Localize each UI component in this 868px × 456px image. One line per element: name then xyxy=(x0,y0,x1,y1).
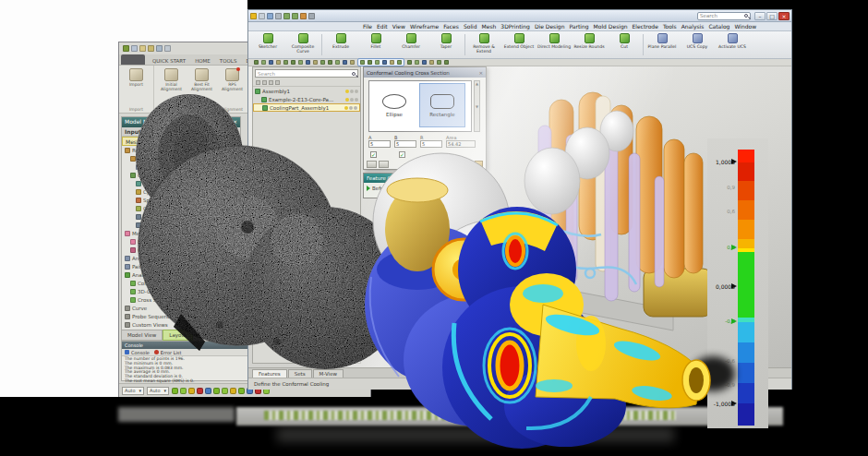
menu-die-design[interactable]: Die Design xyxy=(535,23,565,30)
ribbon-button-direct-modeling[interactable]: Direct Modeling xyxy=(536,32,572,57)
tool-icon-23[interactable] xyxy=(429,60,434,65)
tab-sets[interactable]: Sets xyxy=(288,369,312,378)
ribbon-button-extrude[interactable]: Extrude xyxy=(323,32,358,57)
restore-button[interactable]: □ xyxy=(766,12,778,20)
tab-features[interactable]: Features xyxy=(252,369,287,378)
menu-tools[interactable]: Tools xyxy=(663,23,677,30)
print-icon[interactable] xyxy=(275,13,282,19)
tree-item-angle[interactable]: Angle xyxy=(122,254,240,262)
app-menu-button[interactable] xyxy=(121,54,145,65)
tool-icon-13[interactable] xyxy=(350,60,355,65)
tool-icon-0[interactable] xyxy=(254,60,259,65)
precision-dropdown[interactable]: Auto▾ xyxy=(147,387,169,395)
menu-window[interactable]: Window xyxy=(734,23,756,30)
apply-button[interactable]: ≤ xyxy=(466,161,472,168)
tree-item-vector1[interactable]: Vector1 xyxy=(122,212,240,221)
tool-icon-4[interactable] xyxy=(283,60,288,65)
panel-close-icon[interactable]: × xyxy=(233,118,237,126)
tree-item-design[interactable]: design xyxy=(122,162,240,171)
status-icon-3[interactable] xyxy=(197,388,203,394)
tool-icon-7[interactable] xyxy=(306,60,310,65)
tool-icon-15[interactable] xyxy=(368,60,372,65)
ribbon-button-extend-object[interactable]: Extend Object xyxy=(501,32,536,57)
ribbon-button-activate-ucs[interactable]: Activate UCS xyxy=(715,32,750,57)
menu-analysis[interactable]: Analysis xyxy=(681,23,705,30)
menu-parting[interactable]: Parting xyxy=(569,23,588,30)
tool-icon-3[interactable] xyxy=(276,60,281,65)
preview-icon[interactable] xyxy=(367,161,377,168)
filter-icon[interactable] xyxy=(256,80,260,85)
tab-tools[interactable]: TOOLS xyxy=(215,56,242,65)
tree-item-plane5[interactable]: Plane5 xyxy=(122,179,240,187)
menu-wireframe[interactable]: Wireframe xyxy=(410,23,439,30)
tree-item-cone1[interactable]: Cone1 xyxy=(122,204,240,212)
save-icon[interactable] xyxy=(131,45,138,52)
menu-file[interactable]: File xyxy=(363,23,372,30)
assembly-item-assembly1[interactable]: Assembly1 xyxy=(253,87,360,95)
app-logo-icon[interactable] xyxy=(123,45,129,52)
ok-button[interactable]: ✓ xyxy=(457,161,464,169)
menu-catalog[interactable]: Catalog xyxy=(708,23,729,30)
guide-close-icon[interactable]: × xyxy=(473,175,477,181)
tree-item-probe-sequence[interactable]: Probe Sequence xyxy=(122,312,240,320)
units-dropdown[interactable]: Auto▾ xyxy=(122,387,144,395)
ribbon-button-resize-rounds[interactable]: Resize Rounds xyxy=(572,32,607,57)
tool-icon-10[interactable] xyxy=(328,60,332,65)
ribbon-button-taper[interactable]: Taper xyxy=(428,32,464,57)
new-icon[interactable] xyxy=(259,13,265,19)
tool-icon-1[interactable] xyxy=(261,60,266,65)
menu-edit[interactable]: Edit xyxy=(377,23,388,30)
checkbox-1[interactable]: ✓ xyxy=(399,151,405,158)
status-icon-7[interactable] xyxy=(230,388,236,394)
ribbon-button-import[interactable]: Import xyxy=(121,67,151,106)
ribbon-button-best-fit-alignment[interactable]: Best Fit Alignment xyxy=(187,67,217,106)
undo-icon[interactable] xyxy=(283,13,290,19)
tool-icon-24[interactable] xyxy=(437,60,441,65)
tree-item-3d-gd-t[interactable]: 3D-GD&T xyxy=(122,287,240,295)
status-icon-1[interactable] xyxy=(180,388,187,394)
refresh-icon[interactable] xyxy=(275,80,280,85)
menu-mold-design[interactable]: Mold Design xyxy=(594,23,628,30)
selected-tree-item[interactable]: Mesh Data - 1 xyxy=(122,137,240,146)
tree-item-reference-data[interactable]: Reference Data xyxy=(122,154,240,162)
tree-item-compare[interactable]: Compare xyxy=(122,246,240,254)
status-icon-8[interactable] xyxy=(238,388,245,394)
menu-electrode[interactable]: Electrode xyxy=(633,23,658,30)
status-icon-4[interactable] xyxy=(205,388,211,394)
tool-icon-12[interactable] xyxy=(343,60,347,65)
tool-icon-25[interactable] xyxy=(444,60,449,65)
menu-mesh[interactable]: Mesh xyxy=(482,23,497,30)
shape-option-ellipse[interactable]: Ellipse xyxy=(371,83,417,127)
ribbon-button-fillet[interactable]: Fillet xyxy=(358,32,393,57)
open-icon[interactable] xyxy=(139,45,146,52)
ribbon-button-sketcher[interactable]: Sketcher xyxy=(250,32,285,57)
tree-item-measurement[interactable]: Measurement xyxy=(122,229,240,237)
status-icon-6[interactable] xyxy=(222,388,228,394)
status-icon-2[interactable] xyxy=(188,388,195,394)
tool-icon-6[interactable] xyxy=(298,60,303,65)
field-input-r[interactable]: 5 xyxy=(420,140,442,148)
assembly-search-input[interactable]: Search xyxy=(255,69,358,78)
tool-icon-16[interactable] xyxy=(375,60,380,65)
tree-item-analysis[interactable]: Analysis xyxy=(122,270,240,279)
minimize-button[interactable]: – xyxy=(754,12,766,20)
tool-icon-20[interactable] xyxy=(407,60,412,65)
tree-item-point1[interactable]: Point1 xyxy=(122,221,240,229)
tab-home[interactable]: HOME xyxy=(190,56,215,65)
field-input-b[interactable]: 5 xyxy=(394,140,416,148)
view-tab-model-view[interactable]: Model View xyxy=(121,330,163,341)
tree-item-custom-views[interactable]: Custom Views xyxy=(122,320,240,329)
tool-icon-22[interactable] xyxy=(422,60,427,65)
ribbon-button-initial-alignment[interactable]: Initial Alignment xyxy=(156,67,187,106)
close-button[interactable]: × xyxy=(778,12,790,20)
tool-icon-8[interactable] xyxy=(313,60,318,65)
home-icon[interactable] xyxy=(250,13,257,19)
search-box[interactable]: Search xyxy=(697,12,751,20)
tool-icon-2[interactable] xyxy=(269,60,273,65)
settings-icon[interactable] xyxy=(164,45,171,52)
tree-item-curve[interactable]: Curve xyxy=(122,304,240,312)
console-tab[interactable]: Console xyxy=(125,350,150,355)
tool-icon-9[interactable] xyxy=(320,60,325,65)
tab-mview[interactable]: M-View xyxy=(313,369,344,378)
tool-icon-21[interactable] xyxy=(415,60,419,65)
